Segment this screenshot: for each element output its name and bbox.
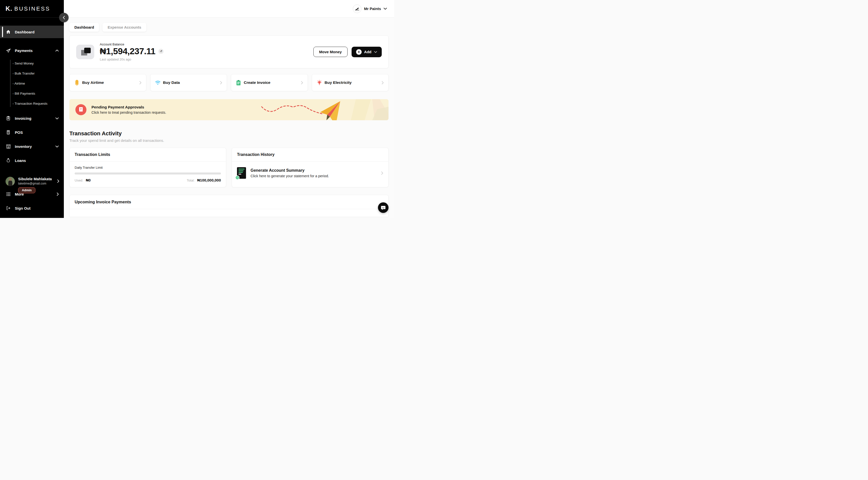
banner-title: Pending Payment Approvals (91, 105, 166, 109)
buy-electricity-card[interactable]: Buy Electricity (312, 74, 389, 91)
svg-text:?: ? (80, 108, 82, 111)
light-bulb-icon (317, 80, 322, 85)
sidebar-item-label: Loans (15, 159, 26, 163)
account-balance-card: Account Balance ₦1,594,237.11 ↺ Last upd… (69, 35, 389, 68)
transaction-limits-panel: Transaction Limits Daily Transfer Limit … (69, 148, 226, 187)
generate-summary-subtitle: Click here to generate your statement fo… (251, 174, 329, 178)
used-label: Used: (75, 178, 83, 182)
chevron-left-icon (63, 15, 65, 20)
total-value: ₦100,000,000 (197, 178, 221, 182)
tabs: Dashboard Expense Accounts (69, 23, 389, 32)
home-icon (5, 29, 11, 35)
pending-approvals-banner[interactable]: ? Pending Payment Approvals Click here t… (69, 99, 389, 120)
chevron-right-icon (381, 171, 383, 175)
sidebar-bottom: More Sign Out (0, 188, 64, 218)
chat-support-button[interactable] (378, 202, 389, 213)
quick-action-label: Buy Airtime (82, 80, 104, 85)
banner-subtitle: Click here to treat pending transaction … (91, 110, 166, 114)
total-label: Total: (187, 178, 194, 182)
refresh-balance-button[interactable]: ↺ (158, 49, 164, 54)
chat-bubble-icon (380, 205, 386, 210)
chevron-up-icon (55, 49, 59, 52)
used-value: ₦0 (86, 178, 90, 182)
tab-dashboard[interactable]: Dashboard (69, 23, 99, 32)
add-money-button[interactable]: + Add (351, 47, 382, 57)
brand-logo: K. BUSINESS (0, 0, 64, 18)
brand-k-mark: K. (5, 5, 12, 12)
move-money-button[interactable]: Move Money (313, 47, 347, 57)
phone-airtime-icon (74, 80, 80, 85)
upcoming-invoice-payments-panel: Upcoming Invoice Payments (69, 195, 389, 217)
balance-amount: ₦1,594,237.11 (100, 46, 155, 56)
sidebar-item-label: Invoicing (15, 116, 31, 121)
balance-label: Account Balance (100, 42, 164, 46)
pending-receipt-icon: ? (75, 104, 87, 115)
sidebar: K. BUSINESS Dashboard Payments (0, 0, 64, 218)
chevron-right-icon (57, 179, 59, 183)
top-header: Mr Paints (64, 0, 394, 18)
sidebar-item-label: POS (15, 130, 23, 135)
sidebar-nav: Dashboard Payments - Send Money - Bulk T… (0, 26, 64, 167)
quick-action-label: Buy Electricity (325, 80, 352, 85)
sidebar-item-invoicing[interactable]: Invoicing (0, 112, 64, 125)
generate-summary-title: Generate Account Summary (251, 168, 329, 173)
payments-submenu: - Send Money - Bulk Transfer - Airtime -… (0, 58, 64, 108)
balance-updated: Last updated 20s ago (100, 58, 164, 61)
daily-transfer-limit-label: Daily Transfer Limit (75, 166, 221, 169)
sidebar-subitem-transaction-requests[interactable]: - Transaction Requests (12, 98, 64, 108)
user-name: Sibulele Mahlakata (18, 177, 57, 181)
chevron-down-icon (55, 145, 59, 148)
buy-airtime-card[interactable]: Buy Airtime (69, 74, 146, 91)
sidebar-subitem-send-money[interactable]: - Send Money (12, 58, 64, 68)
transaction-limits-title: Transaction Limits (70, 148, 226, 162)
add-label: Add (364, 50, 371, 54)
plus-icon: + (356, 49, 362, 55)
main-area: Mr Paints Dashboard Expense Accounts Acc… (64, 0, 394, 218)
brand-stripes-icon (354, 7, 360, 11)
invoice-clipboard-icon (236, 80, 241, 85)
tab-expense-accounts[interactable]: Expense Accounts (102, 23, 146, 32)
business-switcher[interactable]: Mr Paints (353, 4, 387, 13)
storefront-icon (5, 144, 11, 149)
sidebar-item-label: Dashboard (15, 30, 34, 34)
chevron-right-icon (381, 81, 384, 84)
sidebar-collapse-button[interactable] (59, 13, 69, 22)
sidebar-item-more[interactable]: More (0, 188, 64, 200)
sidebar-subitem-airtime[interactable]: - Airtime (12, 78, 64, 89)
sidebar-item-payments[interactable]: Payments (0, 44, 64, 57)
chevron-right-icon (139, 81, 142, 84)
sidebar-item-signout[interactable]: Sign Out (0, 202, 64, 214)
transaction-activity-title: Transaction Activity (69, 130, 389, 137)
wifi-icon (155, 80, 161, 85)
sidebar-subitem-bill-payments[interactable]: - Bill Payments (12, 89, 64, 98)
activity-panels: Transaction Limits Daily Transfer Limit … (69, 148, 389, 187)
sidebar-item-pos[interactable]: POS (0, 126, 64, 139)
generate-account-summary-row[interactable]: Generate Account Summary Click here to g… (237, 166, 383, 179)
sidebar-subitem-bulk-transfer[interactable]: - Bulk Transfer (12, 68, 64, 78)
chevron-down-icon (374, 51, 377, 53)
cards-icon (76, 45, 94, 59)
transaction-history-title: Transaction History (232, 148, 388, 162)
sidebar-item-label: More (15, 192, 24, 196)
business-logo-avatar (353, 4, 361, 13)
quick-action-label: Buy Data (163, 80, 180, 85)
app-root: K. BUSINESS Dashboard Payments (0, 0, 394, 218)
sidebar-item-label: Sign Out (15, 206, 31, 210)
quick-actions: Buy Airtime Buy Data (69, 74, 389, 91)
chevron-right-icon (220, 81, 222, 84)
clipboard-icon (5, 115, 11, 121)
brand-name: BUSINESS (14, 5, 50, 12)
grid-dots-icon (5, 191, 11, 197)
buy-data-card[interactable]: Buy Data (150, 74, 227, 91)
sidebar-item-dashboard[interactable]: Dashboard (0, 26, 64, 38)
statement-document-icon (237, 167, 246, 179)
create-invoice-card[interactable]: Create Invoice (231, 74, 308, 91)
chevron-down-icon (383, 7, 387, 10)
sidebar-item-inventory[interactable]: Inventory (0, 140, 64, 152)
sidebar-item-label: Payments (15, 48, 33, 53)
user-email: taketime@gmail.com (18, 182, 57, 185)
sidebar-item-loans[interactable]: Loans (0, 154, 64, 167)
transfer-limit-progress-bar (75, 172, 221, 174)
money-bag-icon (5, 158, 11, 163)
quick-action-label: Create Invoice (244, 80, 270, 85)
